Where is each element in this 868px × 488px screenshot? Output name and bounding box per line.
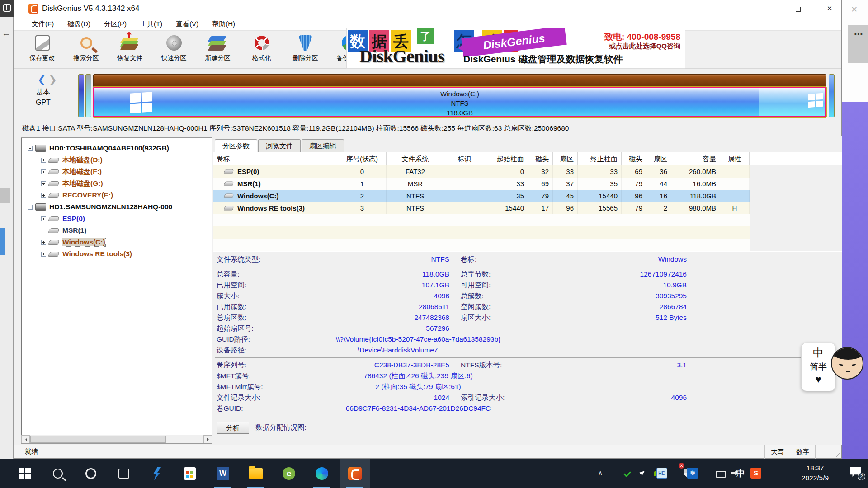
detail-row: 已用簇数:28068511 空闲簇数:2866784 — [213, 301, 842, 312]
background-window-left: ← — [0, 0, 14, 459]
tab-partition-params[interactable]: 分区参数 — [215, 139, 257, 152]
prev-disk-icon[interactable]: ❮ — [38, 74, 46, 85]
edge-icon — [316, 467, 328, 480]
close-button[interactable]: ✕ — [817, 0, 842, 17]
expand-icon[interactable] — [41, 216, 46, 221]
partition-strip-re-tools[interactable] — [829, 74, 835, 117]
expand-icon[interactable] — [41, 169, 46, 174]
analyze-button[interactable]: 分析 — [217, 422, 249, 434]
format-button[interactable]: 格式化 — [240, 32, 283, 67]
table-row-windows-c-selected[interactable]: Windows(C:) 2 NTFS 35 79 45 15440 96 16 … — [213, 190, 842, 202]
collapse-icon[interactable] — [28, 205, 33, 210]
partition-windows-c[interactable]: Windows(C:) NTFS 118.0GB — [93, 87, 826, 117]
table-row-msr[interactable]: MSR(1) 1 MSR 33 69 37 35 79 44 16.0MB — [213, 178, 842, 190]
maximize-button[interactable] — [785, 0, 811, 17]
new-partition-button[interactable]: 新建分区 — [196, 32, 240, 67]
tree-item-hd1[interactable]: HD1:SAMSUNGMZNLN128HAHQ-000 — [28, 201, 172, 213]
recover-files-button[interactable]: 恢复文件 — [108, 32, 152, 67]
cortana-button[interactable] — [76, 459, 106, 488]
disk-nav-arrows[interactable]: ❮ ❯ — [38, 74, 57, 86]
detail-row: $MFT簇号:786432 (柱面:426 磁头:239 扇区:6) — [213, 371, 842, 381]
tree-item-msr[interactable]: MSR(1) — [41, 225, 86, 236]
collapse-icon[interactable] — [28, 146, 33, 151]
action-center-button[interactable]: 2 — [850, 467, 863, 479]
menu-help[interactable]: 帮助(H) — [205, 17, 242, 30]
banner-qq-link[interactable]: 或点击此处选择QQ咨询 — [609, 42, 680, 51]
save-changes-button[interactable]: 保存更改 — [20, 32, 64, 67]
main-area: HD0:TOSHIBAMQ04ABF100(932GB) 本地磁盘(D:) 本地… — [14, 136, 841, 445]
expand-icon[interactable] — [41, 240, 46, 245]
partition-icon — [48, 169, 60, 174]
next-disk-icon[interactable]: ❯ — [49, 74, 57, 85]
banner-ad[interactable]: 数 据 丢 了 怎 么 ！ DiskGenius DiskGenius Disk… — [346, 28, 685, 69]
menu-view[interactable]: 查看(V) — [169, 17, 205, 30]
windows-start-icon — [19, 468, 31, 479]
scroll-left-icon[interactable] — [21, 435, 30, 443]
partition-strip-msr[interactable] — [85, 74, 91, 117]
tray-chevron-icon[interactable]: ∧ — [595, 468, 606, 479]
tab-browse-files[interactable]: 浏览文件 — [258, 139, 301, 152]
taskbar-search-button[interactable] — [43, 459, 73, 488]
caps-indicator: 大写 — [764, 445, 790, 459]
tab-sector-edit[interactable]: 扇区编辑 — [302, 139, 344, 152]
menu-file[interactable]: 文件(F) — [25, 17, 61, 30]
scroll-right-icon[interactable] — [203, 435, 212, 443]
ime-status-widget[interactable]: 中 简半 ♥ — [801, 343, 835, 391]
search-partition-button[interactable]: 搜索分区 — [64, 32, 108, 67]
minimize-button[interactable]: ─ — [754, 0, 779, 17]
taskbar-app-ie[interactable]: e — [274, 459, 304, 488]
tray-ime-indicator[interactable]: 中 — [735, 468, 746, 479]
table-row-windows-re[interactable]: Windows RE tools(3) 3 NTFS 15440 17 96 1… — [213, 202, 842, 214]
detail-row: 总扇区数:247482368 扇区大小:512 Bytes — [213, 312, 842, 323]
clock-date: 2022/5/9 — [795, 473, 835, 483]
taskbar-app-flash[interactable] — [142, 459, 172, 488]
task-view-button[interactable] — [109, 459, 139, 488]
window-title: DiskGenius V5.4.3.1342 x64 — [42, 4, 139, 13]
disk-scheme-label: GPT — [36, 99, 51, 107]
format-ring-icon — [252, 33, 271, 52]
partition-icon — [48, 252, 60, 257]
expand-icon[interactable] — [41, 158, 46, 163]
partition-fs: NTFS — [94, 99, 825, 108]
tree-item-esp[interactable]: ESP(0) — [41, 213, 85, 225]
taskbar-clock[interactable]: 18:37 2022/5/9 — [795, 463, 835, 483]
menu-disk[interactable]: 磁盘(D) — [61, 17, 97, 30]
tree-item-disk-f[interactable]: 本地磁盘(F:) — [41, 166, 102, 178]
table-row-esp[interactable]: ESP(0) 0 FAT32 0 32 33 33 69 36 260.0MB — [213, 165, 842, 178]
tree-item-disk-g[interactable]: 本地磁盘(G:) — [41, 178, 103, 189]
quick-partition-button[interactable]: 快速分区 — [152, 32, 196, 67]
scrollbar-thumb[interactable] — [30, 436, 166, 443]
save-icon — [33, 33, 52, 52]
delete-partition-button[interactable]: 删除分区 — [283, 32, 327, 67]
back-arrow-icon[interactable]: ← — [2, 28, 11, 38]
taskbar-app-word[interactable]: W — [208, 459, 238, 488]
tray-intel-icon[interactable]: HD — [656, 468, 667, 479]
tray-sogou-icon[interactable]: S — [750, 468, 761, 479]
tray-snowflake-icon[interactable]: ❄ — [687, 468, 698, 479]
task-view-icon — [118, 469, 129, 479]
tree-item-windows-c[interactable]: Windows(C:) — [41, 236, 105, 248]
tree-item-windows-re[interactable]: Windows RE tools(3) — [41, 248, 132, 260]
start-button[interactable] — [10, 459, 40, 488]
menu-partition[interactable]: 分区(P) — [97, 17, 133, 30]
partition-icon — [48, 158, 60, 163]
resize-grip[interactable] — [834, 451, 840, 457]
expand-icon[interactable] — [41, 193, 46, 198]
partition-strip-esp[interactable] — [78, 74, 84, 117]
menu-tools[interactable]: 工具(T) — [133, 17, 169, 30]
partition-size: 118.0GB — [94, 108, 825, 117]
tree-horizontal-scrollbar[interactable] — [21, 435, 212, 443]
tree-item-hd0[interactable]: HD0:TOSHIBAMQ04ABF100(932GB) — [28, 142, 169, 154]
disk-header-band[interactable] — [93, 74, 826, 87]
disk-icon — [35, 145, 46, 152]
notification-badge: 2 — [858, 473, 865, 480]
tree-item-disk-d[interactable]: 本地磁盘(D:) — [41, 154, 103, 166]
toolbar: 保存更改 搜索分区 恢复文件 快速分区 新建分区 — [14, 31, 841, 69]
taskbar-app-explorer[interactable] — [241, 459, 271, 488]
expand-icon[interactable] — [41, 181, 46, 186]
expand-icon[interactable] — [41, 252, 46, 257]
tree-item-recovery-e[interactable]: RECOVERY(E:) — [41, 189, 113, 201]
taskbar-app-edge[interactable] — [307, 459, 337, 488]
taskbar-app-diskgenius-active[interactable] — [340, 459, 370, 488]
taskbar-app-store[interactable] — [175, 459, 205, 488]
